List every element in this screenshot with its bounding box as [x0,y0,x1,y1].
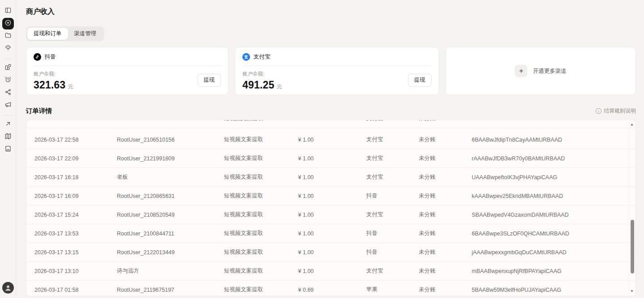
sidebar-item-store[interactable] [2,144,14,155]
cell-order-id: 5BAABw59M3elfHoPUJAYapiCAAG [472,287,623,293]
store-icon [4,145,12,154]
table-row: 2026-03-17 13:53 RootUser_2100844711 短视频… [26,224,636,243]
user-avatar[interactable] [2,282,14,294]
cell-order-id: UAAABwpeftoIK3vjPHAYapiCAAG [472,174,623,180]
scroll-down-icon[interactable]: ▼ [630,289,634,294]
cell-user: RootUser_2120865631 [117,193,224,199]
settlement-rules-link[interactable]: i 结算规则说明 [596,107,636,115]
cell-channel: 支付宝 [366,211,419,218]
panel-left-icon [4,7,12,16]
alipay-icon: 支 [242,53,250,61]
cell-order-id: mBAABwpenxupNjRfBPAYapiCAAG [472,268,623,274]
cell-amount: ¥ 1.00 [298,212,367,218]
tab-bar: 提现和订单 渠道管理 [26,26,104,41]
tab-withdraw-orders[interactable]: 提现和订单 [27,28,68,40]
sidebar-item-panel-toggle[interactable] [2,5,14,17]
cell-channel: 支付宝 [366,173,419,181]
cell-status: 未分账 [419,230,471,237]
channel-cards: 抖音 账户余额: 321.63 元 提现 支 支付宝 账户余额: 491.25 … [26,47,636,95]
sidebar-item-create[interactable] [2,18,14,29]
cell-time: 2026-03-17 13:15 [34,249,117,256]
table-row: 2026-03-17 13:15 RootUser_2122013449 短视频… [26,243,636,262]
cell-channel: 抖音 [366,192,419,200]
withdraw-button[interactable]: 提现 [197,74,221,87]
cell-amount: ¥ 1.00 [298,137,367,143]
sidebar-item-components[interactable] [2,62,14,74]
cell-user: RootUser_2121991809 [117,155,224,162]
currency-unit: 元 [276,83,282,91]
info-icon: i [596,108,602,114]
sidebar [0,0,16,298]
arrow-up-right-icon [4,120,12,129]
circle-plus-icon [4,19,12,28]
channel-name: 抖音 [45,53,56,61]
cell-user: RootUser_2100844711 [117,231,224,237]
cell-amount: ¥ 1.00 [298,231,367,237]
scrollbar-thumb[interactable] [631,220,634,273]
cell-time: 2026-03-17 22:58 [34,137,117,143]
card-douyin: 抖音 账户余额: 321.63 元 提现 [26,47,229,95]
cell-channel: 苹果 [366,286,419,294]
cell-type: 短视频文案提取 [224,230,298,237]
cell-time: 2026-03-17 15:24 [34,212,117,218]
page-title: 商户收入 [26,7,636,17]
card-add-channel[interactable]: + 开通更多渠道 [445,47,636,95]
cell-time: 2026-03-17 16:18 [34,174,117,180]
folder-icon [4,32,12,41]
balance-label: 账户余额: [34,71,221,77]
cell-user: RootUser_2108520549 [117,212,224,218]
plus-icon: + [515,65,527,77]
signpost-icon [4,44,12,53]
sidebar-item-files[interactable] [2,30,14,42]
cell-status: 未分账 [419,248,471,256]
cell-time: 2026-03-17 01:58 [34,287,117,293]
orders-title: 订单详情 [26,107,52,115]
sidebar-item-docs[interactable] [2,131,14,143]
orders-section-header: 订单详情 i 结算规则说明 [26,107,636,115]
cell-type: 短视频文案提取 [224,192,298,200]
cell-amount: ¥ 0.69 [298,287,367,293]
table-scrollbar[interactable]: ▲ ▼ [629,122,635,294]
cell-status: 未分账 [419,120,471,122]
megaphone-icon [4,101,12,110]
cell-order-id: jAAABwpexxgmbGqDuCAMtURBAAD [472,249,623,256]
scroll-up-icon[interactable]: ▲ [630,122,634,127]
cell-amount: ¥ 1.00 [298,155,367,162]
cell-time: 2026-03-17 13:10 [34,268,117,274]
cell-time: 2026-03-17 13:53 [34,231,117,237]
withdraw-button[interactable]: 提现 [408,74,432,87]
blocks-icon [4,63,12,72]
map-icon [4,133,12,142]
cell-type: 短视频文案提取 [224,211,298,218]
add-channel-label: 开通更多渠道 [533,67,566,75]
cell-amount: ¥ 1.00 [298,249,367,256]
table-body: 2026-03-17 22:58 RootUser_2106510156 短视频… [26,130,636,296]
sidebar-item-share[interactable] [2,87,14,99]
cell-status: 未分账 [419,211,471,218]
table-row: 2026-03-17 16:18 老板 短视频文案提取 ¥ 1.00 支付宝 未… [26,168,636,187]
cell-type: 短视频文案提取 [224,155,298,162]
cell-status: 未分账 [419,267,471,275]
balance-amount: 491.25 [242,79,275,91]
channel-name: 支付宝 [254,53,271,61]
cell-type: 短视频文案提取 [224,286,298,294]
cell-user: RootUser_2106510156 [117,137,224,143]
table-row: 2026-03-17 22:09 RootUser_2121991809 短视频… [26,149,636,168]
cell-user: RootUser_2122013449 [117,249,224,256]
currency-unit: 元 [68,83,73,91]
sidebar-item-schedule[interactable] [2,75,14,86]
sidebar-item-promotion[interactable] [2,100,14,111]
orders-table: 短视频文案提取 支付宝 未分账 2026-03-17 22:58 RootUse… [26,120,636,296]
tab-channel-management[interactable]: 渠道管理 [68,28,103,40]
sidebar-item-external[interactable] [2,119,14,130]
table-row-clipped: 短视频文案提取 支付宝 未分账 [26,120,636,130]
cell-type: 短视频文案提取 [224,248,298,256]
sidebar-item-guide[interactable] [2,43,14,55]
sidebar-divider [4,59,12,59]
cell-order-id: rAAABwJfDB3wR70y0BAMtURBAAD [472,155,623,162]
balance-label: 账户余额: [242,71,432,77]
table-row: 2026-03-17 01:58 RootUser_2119675197 短视频… [26,281,636,296]
cell-channel: 支付宝 [366,155,419,162]
table-row: 2026-03-17 22:58 RootUser_2106510156 短视频… [26,130,636,149]
cell-type: 短视频文案提取 [224,173,298,181]
